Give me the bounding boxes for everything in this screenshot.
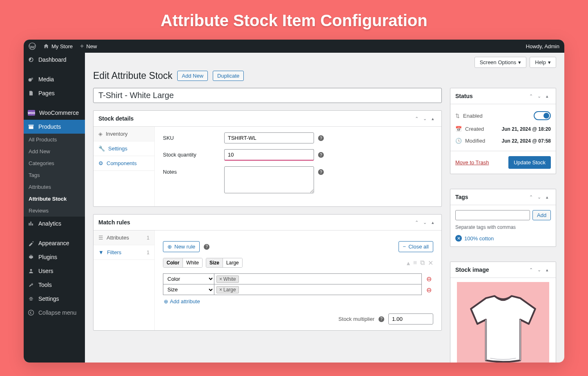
help-icon[interactable]: ? xyxy=(318,152,324,158)
panel-up-icon[interactable]: ⌃ xyxy=(413,115,420,122)
title-input[interactable] xyxy=(93,88,442,103)
remove-tag-icon[interactable]: ✕ xyxy=(455,235,462,242)
sidebar-item-plugins[interactable]: Plugins xyxy=(24,250,85,264)
rule-summary-size: SizeLarge xyxy=(206,258,243,268)
remove-row-icon[interactable]: ⊖ xyxy=(424,284,433,295)
sidebar-item-tools[interactable]: Tools xyxy=(24,278,85,292)
panel-up-icon[interactable]: ⌃ xyxy=(527,193,535,201)
howdy-link[interactable]: Howdy, Admin xyxy=(526,43,559,49)
plugins-icon xyxy=(28,254,34,260)
panel-toggle-icon[interactable]: ▴ xyxy=(543,193,551,201)
panel-down-icon[interactable]: ⌄ xyxy=(535,266,543,273)
tab-settings[interactable]: 🔧Settings xyxy=(94,141,154,156)
token-white[interactable]: ×White xyxy=(216,275,239,283)
attribute-values-field[interactable]: ×Large xyxy=(214,284,422,295)
remove-token-icon[interactable]: × xyxy=(219,276,222,282)
panel-up-icon[interactable]: ⌃ xyxy=(527,92,535,100)
remove-token-icon[interactable]: × xyxy=(219,287,222,293)
sub-item-attributes[interactable]: Attributes xyxy=(24,181,85,193)
panel-down-icon[interactable]: ⌄ xyxy=(535,92,543,100)
media-icon xyxy=(28,76,34,83)
panel-down-icon[interactable]: ⌄ xyxy=(421,219,428,226)
panel-down-icon[interactable]: ⌄ xyxy=(421,115,428,122)
wp-logo[interactable] xyxy=(29,43,36,50)
help-icon[interactable]: ? xyxy=(204,244,209,250)
sidebar-item-media[interactable]: Media xyxy=(24,72,85,86)
sub-item-all-products[interactable]: All Products xyxy=(24,134,85,145)
status-created-value: Jun 21, 2024 @ 18:20 xyxy=(502,126,551,132)
attribute-select[interactable]: Size xyxy=(163,284,214,295)
attribute-values-field[interactable]: ×White xyxy=(214,273,422,284)
sku-label: SKU xyxy=(163,132,224,141)
site-link[interactable]: My Store xyxy=(43,43,73,49)
inventory-icon: ◈ xyxy=(98,131,102,137)
panel-toggle-icon[interactable]: ▴ xyxy=(543,266,551,273)
sidebar-item-users[interactable]: Users xyxy=(24,264,85,278)
tab-attributes[interactable]: ☰Attributes1 xyxy=(94,231,154,245)
panel-title-tags: Tags xyxy=(455,194,527,200)
panel-up-icon[interactable]: ⌃ xyxy=(413,219,420,226)
remove-row-icon[interactable]: ⊖ xyxy=(424,273,433,284)
sidebar-item-settings[interactable]: Settings xyxy=(24,292,85,306)
duplicate-button[interactable]: Duplicate xyxy=(213,71,244,81)
help-icon[interactable]: ? xyxy=(379,316,384,322)
panel-down-icon[interactable]: ⌄ xyxy=(535,193,543,201)
panel-toggle-icon[interactable]: ▴ xyxy=(429,115,437,122)
sub-item-categories[interactable]: Categories xyxy=(24,157,85,169)
drag-icon[interactable]: ≡ xyxy=(413,259,417,267)
help-button[interactable]: Help▾ xyxy=(530,57,556,68)
sidebar-item-woocommerce[interactable]: wooWooCommerce xyxy=(24,106,85,120)
sku-input[interactable] xyxy=(224,132,314,143)
stock-image-panel: Stock image ⌃⌄▴ xyxy=(450,262,556,363)
stock-details-panel: Stock details ⌃ ⌄ ▴ ◈Inventory 🔧Settings xyxy=(93,110,442,207)
token-large[interactable]: ×Large xyxy=(216,286,239,293)
new-link[interactable]: +New xyxy=(80,43,97,50)
tags-input[interactable] xyxy=(455,210,530,220)
update-stock-button[interactable]: Update Stock xyxy=(508,156,551,169)
multiplier-input[interactable] xyxy=(388,313,433,325)
sidebar-item-dashboard[interactable]: Dashboard xyxy=(24,53,85,67)
wrench-icon: 🔧 xyxy=(98,145,105,152)
sub-item-attribute-stock[interactable]: Attribute Stock xyxy=(24,193,85,205)
status-modified-value: Jun 22, 2024 @ 07:58 xyxy=(502,138,551,144)
rule-summary-color: ColorWhite xyxy=(163,258,203,268)
panel-up-icon[interactable]: ⌃ xyxy=(527,266,535,273)
sidebar-item-analytics[interactable]: Analytics xyxy=(24,217,85,231)
panel-toggle-icon[interactable]: ▴ xyxy=(429,219,437,226)
copy-icon[interactable]: ⧉ xyxy=(420,259,425,267)
tab-components[interactable]: ⚙Components xyxy=(94,156,154,171)
sub-item-add-new[interactable]: Add New xyxy=(24,145,85,157)
collapse-menu[interactable]: Collapse menu xyxy=(24,306,85,320)
stock-image[interactable] xyxy=(457,282,549,363)
sidebar-item-pages[interactable]: Pages xyxy=(24,86,85,100)
qty-label: Stock quantity xyxy=(163,149,224,158)
analytics-icon xyxy=(28,220,34,227)
add-tag-button[interactable]: Add xyxy=(532,210,551,220)
screen-options-button[interactable]: Screen Options▾ xyxy=(474,57,527,68)
sidebar-item-products[interactable]: Products xyxy=(24,120,85,134)
close-icon[interactable]: ✕ xyxy=(428,259,433,267)
help-icon[interactable]: ? xyxy=(318,135,324,141)
move-up-icon[interactable]: ▴ xyxy=(407,259,410,267)
new-rule-button[interactable]: ⊕New rule xyxy=(163,241,200,252)
enabled-icon: ⇅ xyxy=(455,113,460,119)
add-attribute-link[interactable]: ⊕Add attribute xyxy=(163,295,433,308)
move-to-trash-link[interactable]: Move to Trash xyxy=(455,159,489,166)
attribute-select[interactable]: Color xyxy=(163,273,214,284)
plus-circle-icon: ⊕ xyxy=(167,244,172,250)
help-icon[interactable]: ? xyxy=(318,169,324,175)
tab-inventory[interactable]: ◈Inventory xyxy=(94,127,154,141)
enabled-toggle[interactable] xyxy=(534,111,551,120)
sub-item-tags[interactable]: Tags xyxy=(24,169,85,181)
add-new-button[interactable]: Add New xyxy=(177,71,208,81)
panel-toggle-icon[interactable]: ▴ xyxy=(543,92,551,100)
tab-filters[interactable]: ▼Filters1 xyxy=(94,245,154,260)
notes-input[interactable] xyxy=(224,166,314,193)
sub-item-reviews[interactable]: Reviews xyxy=(24,205,85,217)
status-enabled-label: Enabled xyxy=(463,113,483,119)
close-all-button[interactable]: −Close all xyxy=(399,241,433,252)
qty-input[interactable] xyxy=(224,149,314,161)
panel-title-stock-details: Stock details xyxy=(98,115,413,122)
products-icon xyxy=(28,123,34,130)
sidebar-item-appearance[interactable]: Appearance xyxy=(24,236,85,250)
